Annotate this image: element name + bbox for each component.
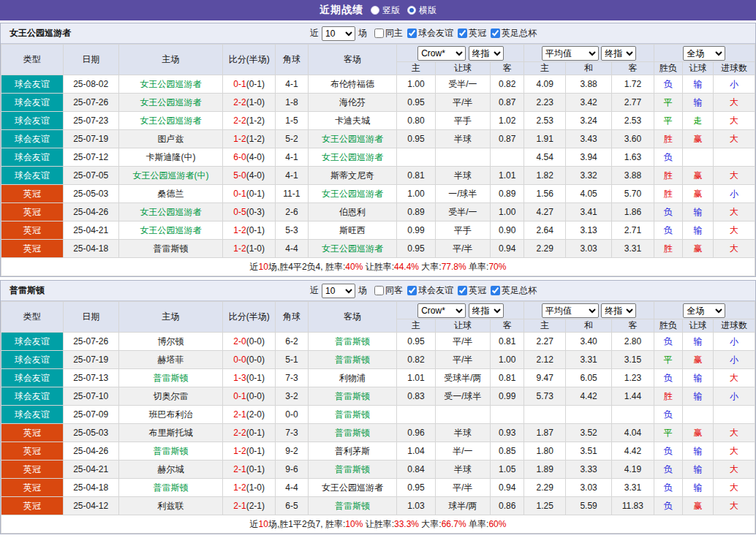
filter-checkbox[interactable]	[491, 286, 500, 295]
filter-checkbox[interactable]	[374, 29, 384, 38]
filter-checkboxes: 同客球会友谊英冠英足总杯	[370, 284, 537, 297]
odds-away-cell: 0.94	[491, 240, 524, 258]
avg-draw-cell: 3.31	[566, 351, 612, 369]
corner-cell: 4-4	[276, 240, 308, 258]
filter-label: 同客	[385, 284, 403, 297]
avg-away-cell: 4.42	[612, 442, 654, 461]
corner-cell: 11-1	[276, 185, 308, 203]
away-team-cell: 普雷斯顿	[308, 461, 397, 479]
result-cell: 负	[654, 148, 682, 167]
handicap-cell: 半球	[435, 167, 490, 185]
summary-segment: 场,胜1平2负7, 胜率:	[268, 519, 345, 529]
match-date-cell: 25-07-13	[63, 369, 118, 387]
fulltime-score: 0-1	[233, 189, 246, 199]
handicap-result-cell: 输	[682, 203, 713, 221]
filter-checkbox[interactable]	[491, 29, 500, 38]
filter-option[interactable]: 同主	[374, 27, 403, 39]
avg-away-cell: 2.71	[612, 221, 654, 240]
corner-cell: 4-1	[276, 148, 308, 167]
goals-result-cell: 大	[714, 442, 755, 461]
summary-segment: 70%	[488, 262, 506, 272]
filter-option[interactable]: 同客	[374, 284, 403, 297]
subcol-result: 胜负	[654, 319, 682, 333]
odds-final-select[interactable]: 终指	[469, 46, 504, 61]
avg-away-cell: 4.19	[612, 461, 654, 479]
away-team-cell: 女王公园巡游者	[308, 240, 397, 258]
filter-option[interactable]: 球会友谊	[407, 27, 453, 39]
recent-count-select[interactable]: 10	[322, 284, 355, 298]
filter-option[interactable]: 球会友谊	[407, 284, 453, 297]
odds-home-cell: 0.95	[397, 240, 436, 258]
layout-radio-horizontal[interactable]: 横版	[407, 4, 436, 17]
goals-result-cell: 小	[714, 75, 755, 94]
filter-option[interactable]: 英足总杯	[491, 284, 537, 297]
col-score: 比分(半场)	[223, 45, 276, 75]
result-cell: 胜	[654, 130, 682, 148]
filter-checkbox[interactable]	[407, 286, 417, 295]
filter-checkbox[interactable]	[374, 286, 384, 295]
avg-away-cell: 1.63	[612, 148, 654, 167]
fulltime-select[interactable]: 全场	[683, 303, 725, 318]
handicap-result-cell: 输	[682, 94, 713, 112]
summary-segment: 40%	[345, 262, 363, 272]
fulltime-score: 2-1	[233, 409, 246, 420]
match-type-badge: 球会友谊	[1, 406, 64, 424]
radio-icon-vertical	[371, 6, 379, 15]
avg-draw-cell: 3.41	[566, 203, 612, 221]
summary-segment: 77.8%	[442, 262, 466, 272]
avg-away-cell: 2.80	[612, 333, 654, 351]
avg-source-select[interactable]: 平均值	[542, 46, 599, 61]
fulltime-score: 1-2	[233, 134, 246, 144]
avg-home-cell: 2.29	[524, 240, 566, 258]
avg-draw-cell: 3.33	[566, 461, 612, 479]
odds-home-cell: 0.81	[397, 167, 436, 185]
match-type-badge: 英冠	[1, 221, 64, 240]
filter-checkbox[interactable]	[458, 29, 467, 38]
corner-cell: 3-2	[276, 387, 308, 406]
filter-option[interactable]: 英冠	[458, 27, 486, 39]
radio-label-horizontal: 横版	[419, 4, 436, 17]
match-date-cell: 25-07-09	[63, 406, 118, 424]
summary-segment: 44.4%	[394, 262, 419, 272]
fulltime-select[interactable]: 全场	[683, 46, 725, 61]
odds-final-select[interactable]: 终指	[469, 303, 504, 318]
summary-segment: 10	[259, 519, 268, 529]
handicap-cell: 半球	[435, 424, 490, 442]
odds-source-select[interactable]: Crow*	[417, 303, 466, 318]
avg-home-cell: 4.54	[524, 148, 566, 167]
filter-option[interactable]: 英足总杯	[491, 27, 537, 39]
odds-away-cell: 0.99	[491, 387, 524, 406]
result-cell: 胜	[654, 185, 682, 203]
score-cell: 1-3(0-1)	[223, 369, 276, 387]
odds-home-cell: 0.96	[397, 424, 436, 442]
away-team-cell: 普雷斯顿	[308, 387, 397, 406]
topbar: 近期战绩 竖版 横版	[0, 0, 756, 20]
corner-cell: 6-5	[276, 497, 308, 515]
fulltime-score: 1-2	[233, 482, 246, 493]
result-cell: 胜	[654, 387, 682, 406]
filter-checkbox[interactable]	[458, 286, 467, 295]
layout-radio-vertical[interactable]: 竖版	[371, 4, 400, 17]
corner-cell: 7-3	[276, 424, 308, 442]
match-date-cell: 25-05-03	[63, 185, 118, 203]
avg-draw-cell: 3.13	[566, 221, 612, 240]
filter-option[interactable]: 英冠	[458, 284, 486, 297]
match-type-badge: 英冠	[1, 203, 64, 221]
avg-source-select[interactable]: 平均值	[542, 303, 599, 318]
avg-home-cell: 2.27	[524, 333, 566, 351]
handicap-result-cell: 输	[682, 479, 713, 497]
avg-away-cell: 3.31	[612, 240, 654, 258]
filter-checkbox[interactable]	[407, 29, 417, 38]
handicap-result-cell: 输	[682, 75, 713, 94]
odds-home-cell: 0.95	[397, 94, 436, 112]
score-cell: 6-0(4-0)	[223, 148, 276, 167]
avg-final-select[interactable]: 终指	[601, 303, 636, 318]
score-cell: 2-2(1-2)	[223, 112, 276, 130]
away-team-cell: 普雷斯顿	[308, 351, 397, 369]
handicap-cell: 半/一	[435, 442, 490, 461]
odds-source-select[interactable]: Crow*	[417, 46, 466, 61]
recent-count-select[interactable]: 10	[322, 26, 355, 41]
match-row: 球会友谊25-07-05女王公园巡游者(中)5-0(4-0)4-1斯蒂文尼奇0.…	[1, 167, 755, 185]
handicap-result-cell: 输	[682, 333, 713, 351]
avg-final-select[interactable]: 终指	[601, 46, 636, 61]
